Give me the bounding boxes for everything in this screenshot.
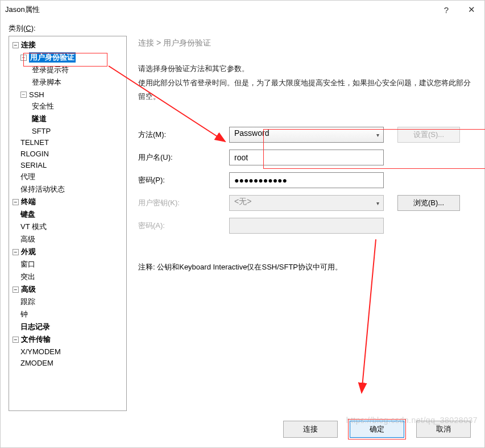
tree-item-terminal[interactable]: −终端 [9, 196, 126, 208]
tree-item-serial[interactable]: SERIAL [9, 159, 126, 171]
properties-dialog: Jason属性 ? ✕ 类别(C): −连接 −用户身份验证 登录提示符 登录脚… [0, 0, 485, 448]
tree-item-window[interactable]: 窗口 [9, 258, 126, 271]
tree-item-telnet[interactable]: TELNET [9, 136, 126, 148]
userkey-label: 用户密钥(K): [138, 198, 229, 208]
close-icon[interactable]: ✕ [463, 2, 480, 17]
tree-item-logging[interactable]: 日志记录 [9, 321, 126, 333]
passphrase-input [229, 218, 384, 234]
tree-item-filetransfer[interactable]: −文件传输 [9, 333, 126, 346]
collapse-icon[interactable]: − [20, 55, 27, 61]
method-value[interactable]: Password [229, 127, 384, 143]
collapse-icon[interactable]: − [13, 287, 19, 293]
tree-item-login-prompt[interactable]: 登录提示符 [9, 64, 126, 76]
chevron-down-icon: ▾ [376, 132, 379, 138]
password-input[interactable] [229, 172, 384, 188]
password-label: 密码(P): [138, 175, 229, 185]
tree-item-security[interactable]: 安全性 [9, 100, 126, 113]
tree-item-clock[interactable]: 钟 [9, 308, 126, 321]
collapse-icon[interactable]: − [13, 42, 19, 48]
category-label: 类别(C): [1, 19, 484, 36]
titlebar: Jason属性 ? ✕ [1, 1, 484, 19]
tree-item-connection[interactable]: −连接 [9, 39, 126, 51]
note: 注释: 公钥和Keyboard Interactive仅在SSH/SFTP协议中… [138, 262, 476, 272]
username-label: 用户名(U): [138, 152, 229, 163]
tree-item-keyboard[interactable]: 键盘 [9, 208, 126, 221]
titlebar-controls: ? ✕ [440, 2, 480, 17]
browse-button[interactable]: 浏览(B)... [397, 195, 460, 211]
collapse-icon[interactable]: − [20, 92, 27, 98]
userkey-select: <无> ▾ [229, 195, 384, 211]
collapse-icon[interactable]: − [13, 199, 19, 205]
tree-item-highlight[interactable]: 突出 [9, 271, 126, 283]
passphrase-label: 密码(A): [138, 221, 229, 231]
content-panel: 连接 > 用户身份验证 请选择身份验证方法和其它参数。 使用此部分以节省登录时间… [127, 36, 476, 411]
category-tree[interactable]: −连接 −用户身份验证 登录提示符 登录脚本 −SSH 安全性 隧道 SFTP … [9, 36, 127, 411]
row-username: 用户名(U): [138, 150, 476, 165]
row-passphrase: 密码(A): [138, 218, 476, 234]
tree-item-vtmode[interactable]: VT 模式 [9, 221, 126, 233]
userkey-value: <无> [229, 195, 384, 211]
ok-button[interactable]: 确定 [350, 421, 404, 438]
tree-item-user-auth[interactable]: −用户身份验证 [9, 51, 126, 64]
breadcrumb: 连接 > 用户身份验证 [138, 38, 476, 48]
tree-item-advanced-term[interactable]: 高级 [9, 233, 126, 246]
tree-item-proxy[interactable]: 代理 [9, 171, 126, 183]
settings-button[interactable]: 设置(S)... [397, 127, 460, 143]
collapse-icon[interactable]: − [13, 249, 19, 255]
tree-item-xymodem[interactable]: X/YMODEM [9, 346, 126, 357]
row-password: 密码(P): [138, 172, 476, 188]
tree-item-keepalive[interactable]: 保持活动状态 [9, 183, 126, 196]
chevron-down-icon: ▾ [376, 200, 379, 206]
tree-item-appearance[interactable]: −外观 [9, 246, 126, 258]
window-title: Jason属性 [5, 5, 440, 15]
tree-item-tunnel[interactable]: 隧道 [9, 113, 126, 125]
tree-item-login-script[interactable]: 登录脚本 [9, 76, 126, 89]
dialog-footer: 连接 确定 取消 [283, 419, 471, 439]
tree-selected-label: 用户身份验证 [29, 52, 76, 63]
collapse-icon[interactable]: − [13, 337, 19, 343]
row-userkey: 用户密钥(K): <无> ▾ 浏览(B)... [138, 195, 476, 211]
description: 请选择身份验证方法和其它参数。 使用此部分以节省登录时间。但是，为了最大限度地提… [138, 62, 476, 104]
row-method: 方法(M): Password ▾ 设置(S)... [138, 127, 476, 143]
cancel-button[interactable]: 取消 [416, 421, 471, 438]
tree-item-rlogin[interactable]: RLOGIN [9, 148, 126, 159]
help-icon[interactable]: ? [440, 3, 453, 17]
tree-item-advanced[interactable]: −高级 [9, 283, 126, 296]
tree-item-ssh[interactable]: −SSH [9, 89, 126, 100]
username-input[interactable] [229, 150, 384, 165]
tree-item-zmodem[interactable]: ZMODEM [9, 357, 126, 368]
method-select[interactable]: Password ▾ [229, 127, 384, 143]
annotation-box-ok: 确定 [348, 419, 406, 439]
connect-button[interactable]: 连接 [283, 421, 338, 438]
tree-item-sftp[interactable]: SFTP [9, 125, 126, 136]
method-label: 方法(M): [138, 130, 229, 140]
tree-item-trace[interactable]: 跟踪 [9, 296, 126, 308]
